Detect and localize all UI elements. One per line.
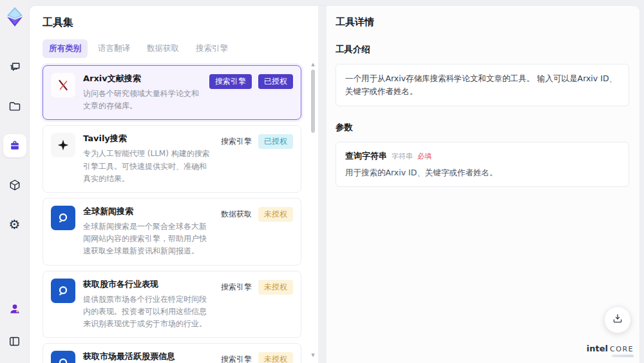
list-scrollbar[interactable]: ▲ ▼: [310, 63, 316, 358]
chat-icon: [8, 61, 21, 74]
tool-card[interactable]: Arxiv文献搜索 访问各个研究领域大量科学论文和文章的存储库。 搜索引擎 已授…: [43, 65, 301, 120]
param-name: 查询字符串: [345, 150, 387, 162]
sidebar-item-packages[interactable]: [3, 173, 26, 197]
scroll-down-icon[interactable]: ▼: [311, 353, 314, 358]
tool-description: 全球新闻搜索是一个聚合全球各大新闻网站内容的搜索引擎，帮助用户快速获取全球最新资…: [83, 221, 213, 258]
tool-card[interactable]: 获取股市各行业表现 提供股票市场各个行业在特定时间段内的表现。投资者可以利用这些…: [43, 271, 301, 338]
brand-primary-text: intel: [587, 344, 608, 353]
tool-name: 全球新闻搜索: [83, 206, 213, 217]
tool-details-pane: 工具详情 工具介绍 一个用于从Arxiv存储库搜索科学论文和文章的工具。 输入可…: [327, 6, 639, 363]
category-tabs: 所有类别语言翻译数据获取搜索引擎: [43, 39, 301, 58]
tool-description: 专为人工智能代理 (LLM) 构建的搜索引擎工具。可快速提供实时、准确和真实的结…: [83, 148, 213, 185]
tool-description: 提供股票市场各个行业在特定时间段内的表现。投资者可以利用这些信息来识别表现优于或…: [83, 293, 213, 331]
tool-name: 获取市场最活跃股票信息: [83, 351, 213, 362]
scrollbar-thumb[interactable]: [311, 70, 315, 133]
brand-shimmer: [612, 355, 634, 357]
tool-auth-badge: 已授权: [258, 74, 293, 89]
param-required-badge: 必填: [417, 152, 431, 161]
tool-auth-badge: 未授权: [258, 280, 293, 295]
param-card: 查询字符串 字符串 必填 用于搜索的Arxiv ID、关键字或作者姓名。: [336, 142, 629, 187]
pane-divider: [318, 6, 327, 363]
tool-list-pane: 工具集 所有类别语言翻译数据获取搜索引擎 Arxiv文献搜索 访问各个研究领域大…: [30, 6, 318, 363]
brand-logo: intel core: [587, 344, 634, 357]
blue-app-icon: [51, 279, 75, 303]
intro-heading: 工具介绍: [336, 44, 629, 55]
param-type: 字符串: [392, 152, 413, 161]
blue-app-icon: [51, 351, 75, 363]
tool-card[interactable]: Tavily搜索 专为人工智能代理 (LLM) 构建的搜索引擎工具。可快速提供实…: [43, 125, 301, 193]
cube-icon: [8, 179, 21, 191]
category-tab[interactable]: 所有类别: [43, 39, 88, 58]
scrollbar-track[interactable]: [310, 67, 316, 353]
page-title: 工具集: [43, 16, 301, 30]
tool-list: Arxiv文献搜索 访问各个研究领域大量科学论文和文章的存储库。 搜索引擎 已授…: [43, 65, 301, 363]
tool-name: Tavily搜索: [83, 133, 213, 144]
download-button[interactable]: [604, 306, 631, 333]
param-description: 用于搜索的Arxiv ID、关键字或作者姓名。: [345, 168, 620, 179]
sidebar-item-collapse[interactable]: [3, 329, 26, 353]
tool-card[interactable]: 全球新闻搜索 全球新闻搜索是一个聚合全球各大新闻网站内容的搜索引擎，帮助用户快速…: [43, 198, 301, 266]
sparkle-icon: [51, 133, 75, 157]
tool-category-badge: 搜索引擎: [221, 282, 252, 293]
sidebar-item-chat[interactable]: [3, 55, 26, 79]
arxiv-logo-icon: [51, 73, 75, 97]
tool-category-badge: 数据获取: [221, 209, 252, 220]
download-icon: [612, 313, 623, 327]
params-heading: 参数: [336, 122, 629, 133]
tool-category-badge: 搜索引擎: [221, 136, 252, 147]
sidebar-item-account[interactable]: [3, 297, 26, 320]
tool-name: 获取股市各行业表现: [83, 279, 213, 290]
app-logo-icon: [5, 6, 24, 27]
app-window: 工具集 所有类别语言翻译数据获取搜索引擎 Arxiv文献搜索 访问各个研究领域大…: [29, 5, 640, 363]
category-tab[interactable]: 搜索引擎: [189, 39, 234, 58]
category-tab[interactable]: 数据获取: [140, 39, 185, 58]
tool-auth-badge: 已授权: [258, 134, 293, 149]
category-tab[interactable]: 语言翻译: [91, 39, 137, 58]
details-title: 工具详情: [336, 16, 629, 28]
sidebar-item-files[interactable]: [3, 95, 26, 118]
collapse-panel-icon: [8, 335, 21, 348]
folder-icon: [8, 100, 21, 113]
intro-card: 一个用于从Arxiv存储库搜索科学论文和文章的工具。 输入可以是Arxiv ID…: [336, 64, 629, 106]
left-rail: ⚙: [0, 0, 29, 363]
intro-text: 一个用于从Arxiv存储库搜索科学论文和文章的工具。 输入可以是Arxiv ID…: [345, 72, 620, 98]
toolbox-icon: [8, 139, 21, 152]
sidebar-item-tools[interactable]: [3, 134, 26, 157]
tool-auth-badge: 未授权: [258, 207, 293, 222]
tool-category-badge: 搜索引擎: [221, 354, 252, 363]
tool-name: Arxiv文献搜索: [83, 73, 202, 84]
brand-secondary-text: core: [610, 345, 634, 353]
tool-description: 访问各个研究领域大量科学论文和文章的存储库。: [83, 88, 202, 112]
gear-icon: ⚙: [9, 218, 21, 231]
sidebar-item-settings[interactable]: ⚙: [3, 213, 26, 236]
tool-card[interactable]: 获取市场最活跃股票信息 提供当天交易量最高的股票列表，投资者可以利用这些信息来识…: [43, 343, 301, 363]
scroll-up-icon[interactable]: ▲: [311, 63, 314, 67]
blue-app-icon: [51, 206, 75, 230]
tool-auth-badge: 未授权: [258, 352, 293, 363]
user-avatar-icon: [8, 302, 21, 315]
tool-category-badge: 搜索引擎: [209, 74, 252, 89]
